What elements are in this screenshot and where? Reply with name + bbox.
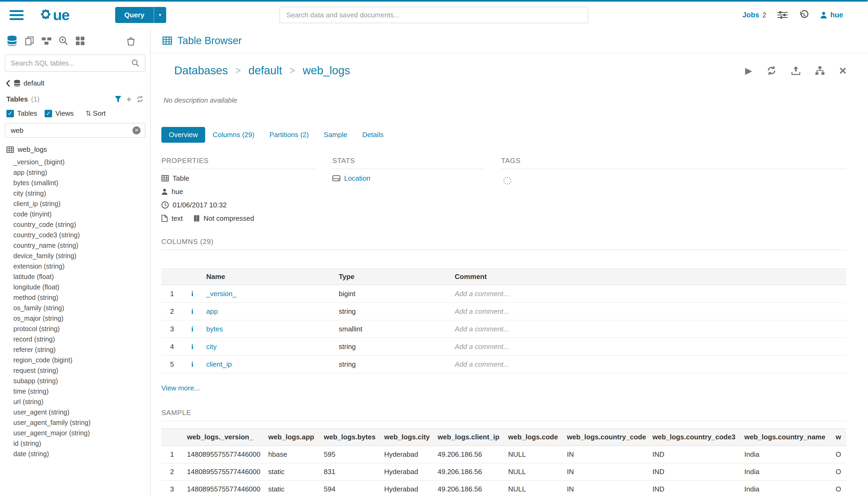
tables-checkbox[interactable]: ✓ bbox=[6, 110, 14, 117]
sidebar-column-item[interactable]: country_name (string) bbox=[0, 240, 150, 251]
sidebar-column-item[interactable]: country_code3 (string) bbox=[0, 230, 150, 240]
sidebar-column-item[interactable]: device_family (string) bbox=[0, 251, 150, 261]
column-name-link[interactable]: bytes bbox=[206, 325, 223, 333]
column-name-link[interactable]: _version_ bbox=[206, 290, 236, 298]
tab-partitions-2[interactable]: Partitions (2) bbox=[262, 127, 316, 143]
tab-columns-29[interactable]: Columns (29) bbox=[205, 127, 262, 143]
refresh-icon[interactable] bbox=[136, 95, 144, 103]
jobs-link[interactable]: Jobs 2 bbox=[742, 11, 766, 19]
columns-table-header-comment: Comment bbox=[451, 268, 846, 285]
sidebar-column-item[interactable]: time (string) bbox=[0, 386, 150, 397]
table-description[interactable]: No description available bbox=[163, 96, 846, 105]
column-comment[interactable]: Add a comment... bbox=[451, 355, 846, 373]
sample-table-wrap: web_logs._version_web_logs.appweb_logs.b… bbox=[161, 428, 846, 496]
sidebar-column-item[interactable]: app (string) bbox=[0, 167, 150, 178]
query-table-icon[interactable]: ▶ bbox=[745, 65, 752, 76]
sidebar-column-item[interactable]: user_agent (string) bbox=[0, 407, 150, 417]
sidebar-column-item[interactable]: id (string) bbox=[0, 438, 150, 449]
sidebar-column-item[interactable]: date (string) bbox=[0, 449, 150, 459]
column-type: string bbox=[334, 303, 451, 320]
databases-icon[interactable] bbox=[6, 35, 18, 46]
tab-overview[interactable]: Overview bbox=[161, 127, 205, 143]
chevron-left-icon[interactable] bbox=[5, 80, 11, 87]
current-database-label[interactable]: default bbox=[23, 79, 44, 88]
sidebar-column-item[interactable]: code (tinyint) bbox=[0, 209, 150, 219]
sidebar-column-item[interactable]: user_agent_major (string) bbox=[0, 428, 150, 438]
table-filter-input[interactable] bbox=[5, 126, 132, 135]
column-comment[interactable]: Add a comment... bbox=[451, 285, 846, 303]
main-header: Table Browser bbox=[151, 28, 868, 53]
close-icon[interactable]: × bbox=[839, 64, 846, 77]
add-icon[interactable]: + bbox=[126, 95, 131, 104]
sidebar-column-item[interactable]: longitude (float) bbox=[0, 282, 150, 292]
breadcrumb-database-default[interactable]: default bbox=[249, 64, 282, 77]
location-link[interactable]: Location bbox=[344, 174, 370, 183]
sidebar-column-item[interactable]: extension (string) bbox=[0, 261, 150, 272]
column-name-link[interactable]: client_ip bbox=[206, 360, 232, 368]
column-name-link[interactable]: app bbox=[206, 307, 218, 315]
sidebar-column-item[interactable]: latitude (float) bbox=[0, 272, 150, 282]
sidebar-column-item[interactable]: client_ip (string) bbox=[0, 199, 150, 209]
sidebar-column-item[interactable]: record (string) bbox=[0, 334, 150, 344]
tab-sample[interactable]: Sample bbox=[316, 127, 355, 143]
global-search-input[interactable] bbox=[280, 7, 588, 23]
sidebar-column-item[interactable]: region_code (bigint) bbox=[0, 355, 150, 365]
filter-funnel-icon[interactable] bbox=[115, 96, 122, 103]
lineage-sitemap-icon[interactable] bbox=[815, 66, 825, 75]
files-icon[interactable] bbox=[41, 35, 52, 46]
column-comment[interactable]: Add a comment... bbox=[451, 303, 846, 320]
hue-logo[interactable]: ue bbox=[38, 7, 69, 22]
info-icon[interactable]: i bbox=[191, 307, 193, 315]
breadcrumb-databases[interactable]: Databases bbox=[174, 64, 228, 77]
sample-cell: IN bbox=[563, 480, 648, 496]
view-more-link[interactable]: View more... bbox=[161, 384, 200, 392]
info-icon[interactable]: i bbox=[191, 342, 193, 351]
zoom-icon[interactable] bbox=[58, 35, 69, 46]
query-dropdown-caret-icon[interactable]: ▾ bbox=[154, 7, 166, 23]
column-row-number: 1 bbox=[161, 285, 183, 303]
breadcrumb-table-web-logs[interactable]: web_logs bbox=[303, 64, 350, 77]
info-icon[interactable]: i bbox=[191, 290, 193, 298]
column-name-link[interactable]: city bbox=[206, 343, 217, 351]
sample-cell: O bbox=[832, 480, 846, 496]
sidebar-column-item[interactable]: os_major (string) bbox=[0, 313, 150, 324]
sidebar-column-item[interactable]: os_family (string) bbox=[0, 303, 150, 313]
sidebar-column-item[interactable]: subapp (string) bbox=[0, 376, 150, 386]
apps-grid-icon[interactable] bbox=[75, 36, 85, 46]
search-icon[interactable] bbox=[126, 59, 145, 67]
sidebar-column-item[interactable]: user_agent_family (string) bbox=[0, 417, 150, 428]
settings-sliders-icon[interactable] bbox=[777, 11, 788, 19]
documents-icon[interactable] bbox=[24, 35, 35, 46]
import-icon[interactable] bbox=[791, 66, 801, 75]
sample-column-header: web_logs.code bbox=[504, 429, 563, 446]
tab-details[interactable]: Details bbox=[355, 127, 391, 143]
basket-icon[interactable] bbox=[126, 35, 136, 46]
sidebar-column-item[interactable]: url (string) bbox=[0, 397, 150, 407]
query-button[interactable]: Query bbox=[115, 7, 153, 23]
columns-table-header-row: Name Type Comment bbox=[161, 268, 846, 285]
sidebar-column-item[interactable]: referer (string) bbox=[0, 344, 150, 355]
sample-column-header: w bbox=[832, 429, 846, 446]
sort-toggle[interactable]: ⇅ Sort bbox=[85, 109, 106, 118]
info-icon[interactable]: i bbox=[191, 360, 193, 368]
info-icon[interactable]: i bbox=[191, 325, 193, 333]
property-owner: hue bbox=[161, 187, 315, 196]
refresh-table-icon[interactable] bbox=[767, 65, 777, 76]
sidebar-column-item[interactable]: _version_ (bigint) bbox=[0, 157, 150, 167]
sql-table-search-input[interactable] bbox=[5, 59, 126, 67]
clear-filter-icon[interactable]: × bbox=[132, 126, 141, 135]
user-menu[interactable]: hue bbox=[820, 11, 843, 19]
sidebar-column-item[interactable]: request (string) bbox=[0, 365, 150, 376]
column-comment[interactable]: Add a comment... bbox=[451, 338, 846, 355]
topbar: ue Query ▾ Jobs 2 hue bbox=[0, 2, 868, 28]
views-checkbox[interactable]: ✓ bbox=[45, 110, 52, 117]
sidebar-column-item[interactable]: protocol (string) bbox=[0, 324, 150, 334]
sidebar-column-item[interactable]: city (string) bbox=[0, 188, 150, 199]
table-entry-web-logs[interactable]: web_logs bbox=[0, 141, 150, 156]
sidebar-column-item[interactable]: method (string) bbox=[0, 292, 150, 303]
sidebar-column-item[interactable]: bytes (smallint) bbox=[0, 178, 150, 188]
column-comment[interactable]: Add a comment... bbox=[451, 320, 846, 338]
hamburger-menu-icon[interactable] bbox=[10, 10, 23, 20]
sidebar-column-item[interactable]: country_code (string) bbox=[0, 219, 150, 230]
history-icon[interactable] bbox=[799, 10, 809, 20]
